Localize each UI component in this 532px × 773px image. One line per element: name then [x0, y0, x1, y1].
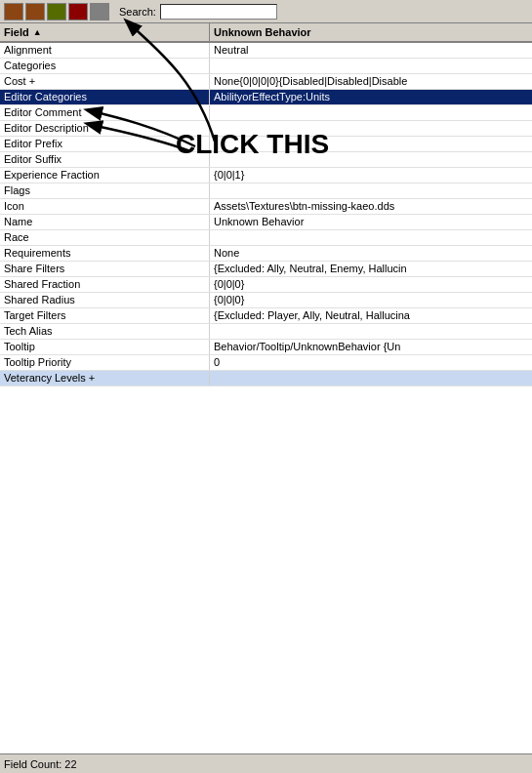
- cell-field: Shared Radius: [0, 293, 210, 307]
- table-row[interactable]: Experience Fraction{0|0|1}: [0, 168, 532, 183]
- table-row[interactable]: AlignmentNeutral: [0, 43, 532, 59]
- toolbar-btn-3[interactable]: [47, 3, 66, 20]
- cell-field: Share Filters: [0, 262, 210, 276]
- cell-field: Requirements: [0, 246, 210, 261]
- cell-value: Unknown Behavior: [210, 215, 532, 229]
- table-row[interactable]: IconAssets\Textures\btn-missing-kaeo.dds: [0, 199, 532, 215]
- cell-value: [210, 152, 532, 167]
- table-row[interactable]: Race: [0, 230, 532, 246]
- table-row[interactable]: Shared Radius{0|0|0}: [0, 293, 532, 308]
- table-row[interactable]: Share Filters{Excluded: Ally, Neutral, E…: [0, 262, 532, 277]
- cell-field: Tooltip: [0, 340, 210, 354]
- table-row[interactable]: Target Filters{Excluded: Player, Ally, N…: [0, 308, 532, 324]
- main-table-container: Field ▲ Unknown Behavior AlignmentNeutra…: [0, 23, 532, 753]
- cell-value: [210, 59, 532, 73]
- sort-arrow-icon: ▲: [33, 27, 42, 37]
- cell-field: Target Filters: [0, 308, 210, 323]
- table-row[interactable]: Tech Alias: [0, 324, 532, 340]
- col-field-label: Field: [4, 26, 29, 38]
- toolbar: Search:: [0, 0, 532, 23]
- cell-value: Neutral: [210, 43, 532, 58]
- toolbar-btn-5[interactable]: [90, 3, 109, 20]
- cell-field: Editor Prefix: [0, 137, 210, 151]
- cell-value: {Excluded: Ally, Neutral, Enemy, Halluci…: [210, 262, 532, 276]
- cell-value: [210, 137, 532, 151]
- cell-field: Shared Fraction: [0, 277, 210, 292]
- cell-value: [210, 324, 532, 339]
- cell-value: {0|0|1}: [210, 168, 532, 183]
- cell-value: [210, 230, 532, 245]
- cell-field: Experience Fraction: [0, 168, 210, 183]
- cell-value: {0|0|0}: [210, 293, 532, 307]
- table-row[interactable]: Cost +None{0|0|0|0}{Disabled|Disabled|Di…: [0, 74, 532, 90]
- cell-value: [210, 183, 532, 198]
- cell-value: AbilityorEffectType:Units: [210, 90, 532, 104]
- table-body: AlignmentNeutralCategoriesCost +None{0|0…: [0, 43, 532, 753]
- table-row[interactable]: RequirementsNone: [0, 246, 532, 262]
- table-row[interactable]: Categories: [0, 59, 532, 74]
- cell-value: [210, 105, 532, 120]
- table-row[interactable]: Editor Prefix: [0, 137, 532, 152]
- search-input[interactable]: [160, 4, 277, 20]
- table-row[interactable]: Editor Comment: [0, 105, 532, 121]
- cell-value: {Excluded: Player, Ally, Neutral, Halluc…: [210, 308, 532, 323]
- toolbar-btn-4[interactable]: [68, 3, 88, 20]
- cell-field: Flags: [0, 183, 210, 198]
- status-bar: Field Count: 22: [0, 753, 532, 773]
- cell-field: Name: [0, 215, 210, 229]
- cell-value: [210, 121, 532, 136]
- table-header: Field ▲ Unknown Behavior: [0, 23, 532, 43]
- table-row[interactable]: Flags: [0, 183, 532, 199]
- cell-field: Race: [0, 230, 210, 245]
- cell-value: Assets\Textures\btn-missing-kaeo.dds: [210, 199, 532, 214]
- table-row[interactable]: Tooltip Priority0: [0, 355, 532, 371]
- cell-field: Editor Comment: [0, 105, 210, 120]
- cell-value: None{0|0|0|0}{Disabled|Disabled|Disable: [210, 74, 532, 89]
- field-count-label: Field Count: 22: [4, 758, 77, 770]
- cell-value: {0|0|0}: [210, 277, 532, 292]
- col-value-label: Unknown Behavior: [214, 26, 311, 38]
- cell-field: Tech Alias: [0, 324, 210, 339]
- table-row[interactable]: Editor Description: [0, 121, 532, 137]
- cell-field: Icon: [0, 199, 210, 214]
- table-row[interactable]: Editor CategoriesAbilityorEffectType:Uni…: [0, 90, 532, 105]
- cell-field: Alignment: [0, 43, 210, 58]
- cell-field: Veterancy Levels +: [0, 371, 210, 386]
- cell-value: None: [210, 246, 532, 261]
- cell-field: Tooltip Priority: [0, 355, 210, 370]
- col-header-value[interactable]: Unknown Behavior: [210, 23, 532, 41]
- cell-field: Editor Suffix: [0, 152, 210, 167]
- cell-field: Editor Description: [0, 121, 210, 136]
- search-area: Search:: [119, 4, 277, 20]
- cell-value: Behavior/Tooltip/UnknownBehavior {Un: [210, 340, 532, 354]
- cell-field: Cost +: [0, 74, 210, 89]
- col-header-field[interactable]: Field ▲: [0, 23, 210, 41]
- table-row[interactable]: Veterancy Levels +: [0, 371, 532, 386]
- toolbar-btn-2[interactable]: [25, 3, 45, 20]
- toolbar-btn-1[interactable]: [4, 3, 23, 20]
- cell-field: Editor Categories: [0, 90, 210, 104]
- table-row[interactable]: TooltipBehavior/Tooltip/UnknownBehavior …: [0, 340, 532, 355]
- cell-value: [210, 371, 532, 386]
- table-row[interactable]: Shared Fraction{0|0|0}: [0, 277, 532, 293]
- table-row[interactable]: Editor Suffix: [0, 152, 532, 168]
- search-label: Search:: [119, 6, 156, 18]
- table-row[interactable]: NameUnknown Behavior: [0, 215, 532, 230]
- cell-field: Categories: [0, 59, 210, 73]
- cell-value: 0: [210, 355, 532, 370]
